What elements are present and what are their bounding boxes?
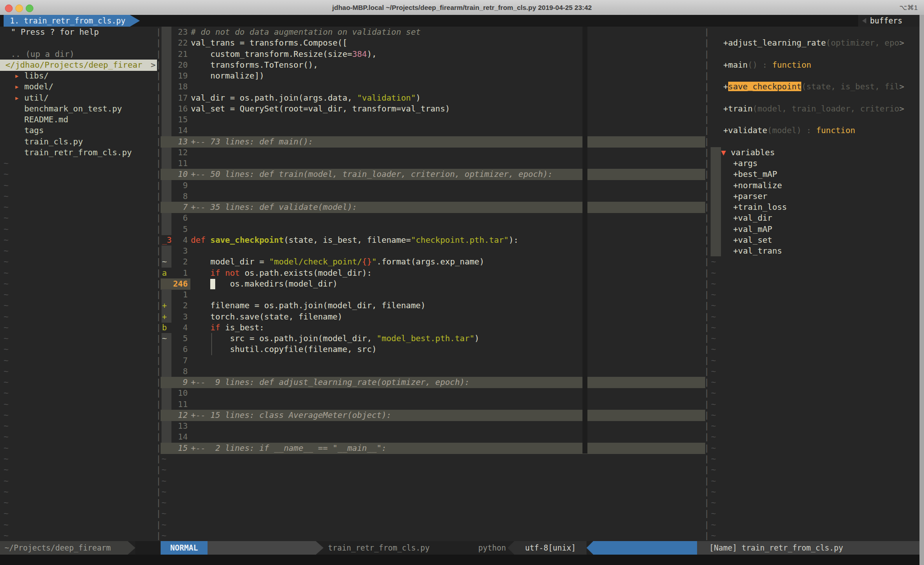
line-number: 7 <box>170 355 188 366</box>
cursor-block[interactable] <box>210 279 215 289</box>
line-number: 13 <box>170 421 188 432</box>
tagbar-tag-adjust_learning_rate[interactable]: +adjust_learning_rate(optimizer, epo> <box>723 37 904 49</box>
terminal-window: jdhao-MBP.local ~/Projects/deep_firearm/… <box>0 0 924 565</box>
tagbar-var-val_mAP[interactable]: +val_mAP <box>733 224 772 235</box>
tagbar-tag-main[interactable]: +main() : function <box>723 60 811 71</box>
git-hunks-branch-segment: +8 ~3 -3master⚡ <box>208 541 316 555</box>
dir-collapsed-arrow-icon: ▸ <box>14 93 24 102</box>
nerdtree-item-train_retr_from_clspy[interactable]: train_retr_from_cls.py <box>14 147 132 158</box>
tagbar-var-args[interactable]: +args <box>733 158 758 169</box>
code-token: src = os.path.join(model_dir, <box>191 333 377 343</box>
tagbar-tag-save_checkpoint[interactable]: +save_checkpoint(state, is_best, fil> <box>723 81 904 93</box>
folded-line[interactable]: +-- 73 lines: def main(): <box>191 136 313 148</box>
tagbar-tag-train[interactable]: +train(model, train_loader, criterio> <box>723 103 904 115</box>
empty-line-tilde: ~ <box>4 497 9 509</box>
code-line[interactable]: shutil.copyfile(filename, src) <box>191 344 377 355</box>
nerdtree-help-line: " Press ? for help <box>11 27 99 38</box>
empty-line-tilde: ~ <box>711 508 716 519</box>
nerdtree-root-path[interactable]: </jdhao/Projects/deep_firear <box>5 60 142 71</box>
kind-colon: : <box>758 60 772 69</box>
code-line[interactable]: normalize]) <box>191 70 264 82</box>
powerline-arrow-icon <box>316 541 323 555</box>
command-line[interactable] <box>0 555 924 565</box>
folded-line[interactable]: +-- 35 lines: def validate(model): <box>191 202 357 213</box>
code-line[interactable]: filename = os.path.join(model_dir, filen… <box>191 300 425 311</box>
separator-char: | <box>704 60 709 71</box>
empty-line-tilde: ~ <box>711 476 716 487</box>
tab-train-retr-from-cls[interactable]: 1. train_retr_from_cls.py <box>4 15 140 27</box>
code-token: val_trans = transforms.Compose([ <box>191 38 347 47</box>
nerdtree-item-util[interactable]: ▸ util/ <box>14 93 49 104</box>
code-line[interactable]: # do not do data augmentation on validat… <box>191 27 420 38</box>
code-token: "validation" <box>357 93 416 102</box>
separator-char: | <box>156 60 161 71</box>
line-number: 12 <box>170 147 188 158</box>
tagbar-var-val_trans[interactable]: +val_trans <box>733 245 782 257</box>
code-line[interactable]: def save_checkpoint(state, is_best, file… <box>191 235 518 246</box>
separator-char: | <box>704 311 709 323</box>
line-number: 14 <box>170 431 188 443</box>
folded-line[interactable]: +-- 15 lines: class AverageMeter(object)… <box>191 410 391 421</box>
nerdtree-item-train_clspy[interactable]: train_cls.py <box>14 136 83 148</box>
tagbar-var-normalize[interactable]: +normalize <box>733 180 782 191</box>
separator-char: | <box>156 431 161 443</box>
code-line[interactable]: torch.save(state, filename) <box>191 311 342 323</box>
tagbar-tag-validate[interactable]: +validate(model) : function <box>723 125 855 136</box>
empty-line-tilde: ~ <box>4 431 9 443</box>
empty-line-tilde: ~ <box>4 377 9 388</box>
separator-char: | <box>704 289 709 301</box>
separator-char: | <box>156 355 161 366</box>
code-line[interactable]: if is_best: <box>191 322 264 333</box>
tagbar-section-variables[interactable]: ▼ variables <box>721 147 775 158</box>
nerdtree-item-tags[interactable]: tags <box>14 125 44 136</box>
separator-char: | <box>156 180 161 191</box>
empty-line-tilde: ~ <box>4 486 9 498</box>
nerdtree-item-benchmark_on_testpy[interactable]: benchmark_on_test.py <box>14 103 122 115</box>
line-number: 15 <box>170 443 188 454</box>
empty-line-tilde: ~ <box>4 213 9 224</box>
code-line[interactable]: val_dir = os.path.join(args.data, "valid… <box>191 93 420 104</box>
code-line[interactable]: transforms.ToTensor(), <box>191 60 318 71</box>
code-line[interactable]: val_trans = transforms.Compose([ <box>191 37 347 49</box>
code-line[interactable]: model_dir = "model/check_point/{}".forma… <box>191 256 484 268</box>
nerdtree-up-dir[interactable]: .. (up a dir) <box>11 49 74 60</box>
terminal-scrollbar[interactable] <box>919 15 924 565</box>
code-line[interactable]: if not os.path.exists(model_dir): <box>191 268 372 279</box>
tagbar-var-val_set[interactable]: +val_set <box>733 235 772 246</box>
statusline: ~/Projects/deep_firearm NORMAL +8 ~3 -3m… <box>0 541 924 555</box>
separator-char: | <box>156 454 161 465</box>
file-label: README.md <box>24 115 69 124</box>
file-label: benchmark_on_test.py <box>24 104 122 113</box>
code-token: normalize]) <box>191 71 264 80</box>
line-number: 10 <box>170 169 188 180</box>
nerdtree-item-READMEmd[interactable]: README.md <box>14 114 68 125</box>
code-token: torch.save(state, filename) <box>191 312 342 321</box>
folded-line[interactable]: +-- 50 lines: def train(model, train_loa… <box>191 169 553 180</box>
tagbar-var-best_mAP[interactable]: +best_mAP <box>733 169 777 180</box>
line-number: 3 <box>170 245 188 257</box>
separator-char: | <box>156 508 161 519</box>
file-label: train_cls.py <box>24 137 83 146</box>
code-token: shutil.copyfile(filename, src) <box>191 344 377 354</box>
line-number: 2 <box>170 256 188 268</box>
tag-name: +validate <box>723 125 767 135</box>
separator-char: | <box>704 497 709 509</box>
separator-char: | <box>704 278 709 290</box>
line-number: 10 <box>170 388 188 399</box>
code-line[interactable]: val_set = QuerySet(root=val_dir, transfo… <box>191 103 450 115</box>
nerdtree-item-model[interactable]: ▸ model/ <box>14 81 54 93</box>
folded-line[interactable]: +-- 2 lines: if __name__ == "__main__": <box>191 443 386 454</box>
tagbar-var-parser[interactable]: +parser <box>733 191 767 202</box>
folded-line[interactable]: +-- 9 lines: def adjust_learning_rate(op… <box>191 377 470 388</box>
nerdtree-item-libs[interactable]: ▸ libs/ <box>14 70 49 82</box>
separator-char: | <box>704 191 709 202</box>
line-number: 4 <box>170 322 188 333</box>
sign-+: + <box>162 311 167 323</box>
separator-char: | <box>156 81 161 93</box>
tagbar-var-val_dir[interactable]: +val_dir <box>733 213 772 224</box>
code-line[interactable]: src = os.path.join(model_dir, "model_bes… <box>191 333 479 344</box>
empty-line-tilde: ~ <box>711 289 716 301</box>
tagbar-var-train_loss[interactable]: +train_loss <box>733 202 787 213</box>
code-line[interactable]: custom_transform.Resize(size=384), <box>191 49 377 60</box>
separator-char: | <box>156 322 161 333</box>
